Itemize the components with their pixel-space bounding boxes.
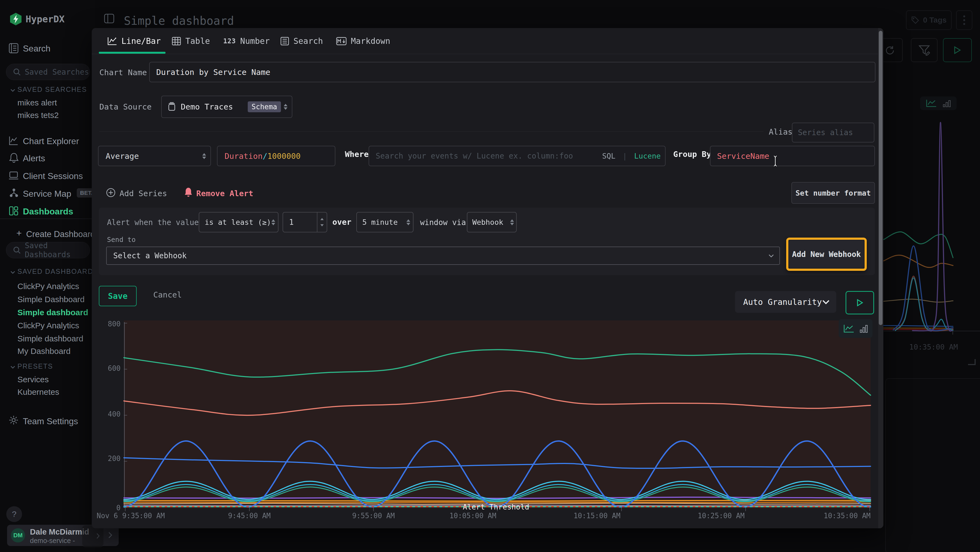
create-dashboard-button[interactable]: Create Dashboard [26,230,95,239]
saved-search-item[interactable]: mikes tets2 [18,111,59,120]
alert-threshold-input[interactable]: 1 [283,212,327,232]
avatar: DM [11,528,25,542]
alert-bell-icon [184,187,192,198]
save-button[interactable]: Save [99,286,137,306]
chart-type-toggle[interactable] [839,319,872,338]
data-source-label: Data Source [99,102,152,112]
remove-alert-button[interactable]: Remove Alert [196,189,253,198]
lucene-mode-toggle[interactable]: Lucene [634,152,661,160]
saved-dashboard-item[interactable]: ClickPy Analytics [18,282,79,291]
chevron-down-icon[interactable] [10,365,15,369]
field-expression-input[interactable]: Duration/1000000 [217,146,336,166]
active-tab-underline [99,52,165,54]
x-tick-label: 10:35:00 AM [819,512,870,520]
line-chart-icon[interactable] [843,324,854,333]
refresh-icon [884,45,895,56]
sql-mode-toggle[interactable]: SQL [602,152,616,160]
bg-chart-type-toggle[interactable] [920,96,956,110]
x-tick-label: 9:45:00 AM [225,512,274,520]
brand[interactable]: HyperDX [25,14,65,24]
x-tick-label: Nov 6 9:35:00 AM [97,512,165,520]
saved-dashboards-placeholder: Saved Dashboards [25,241,89,259]
saved-dashboard-item[interactable]: Simple dashboard [18,308,88,317]
help-button[interactable]: ? [6,506,22,522]
alert-panel: Alert when the value is at least (≥) 1 o… [99,207,875,275]
alert-channel-select[interactable]: Webhook [467,212,517,232]
sidebar-collapse-icon[interactable] [104,14,115,24]
chevron-down-icon [768,254,774,257]
cancel-button[interactable]: Cancel [153,290,182,300]
search-icon [13,246,21,254]
resize-handle[interactable] [968,359,976,365]
chart-name-input[interactable]: Duration by Service Name [149,62,875,82]
field-token: 1000000 [267,152,301,161]
filter-button[interactable] [911,38,937,62]
number-stepper[interactable] [317,212,327,232]
series-layer [124,349,870,507]
play-icon [857,299,863,306]
line-chart-icon[interactable] [926,99,937,107]
circle-plus-icon [106,188,116,198]
saved-dashboard-item[interactable]: Simple dashboard [18,334,83,343]
stepper-down-icon [320,224,324,228]
send-to-label: Send to [107,236,135,244]
tab-table[interactable]: Table [172,36,210,46]
chevron-down-icon[interactable] [10,89,15,92]
group-by-input[interactable]: ServiceName [710,146,875,166]
series-green [124,349,870,395]
aggregation-select[interactable]: Average [98,146,211,166]
preset-item[interactable]: Kubernetes [18,388,59,397]
saved-dashboard-item[interactable]: Simple Dashboard [18,295,85,304]
where-placeholder: Search your events w/ Lucene ex. column:… [375,152,573,161]
alert-prefix: Alert when the value [107,218,199,227]
alert-window-select[interactable]: 5 minute [356,212,414,232]
tab-markdown[interactable]: Markdown [336,36,390,46]
sidebar-item-search[interactable]: Search [23,44,50,54]
bell-icon [9,153,19,163]
service-map-icon [9,188,19,198]
granularity-select[interactable]: Auto Granularity [735,291,836,313]
set-number-format-button[interactable]: Set number format [791,182,875,204]
aggregation-value: Average [106,152,139,161]
sidebar-item-alerts[interactable]: Alerts [23,153,45,163]
alert-condition-select[interactable]: is at least (≥) [199,212,278,232]
run-query-button[interactable] [943,38,972,62]
alias-input[interactable]: Series alias [792,123,874,142]
text-cursor [772,155,779,167]
saved-search-item[interactable]: mikes alert [18,98,57,107]
run-chart-button[interactable] [846,291,874,314]
y-tick-label: 0 [100,504,121,512]
sidebar-item-service-map[interactable]: Service Map [23,189,71,199]
saved-dashboard-item[interactable]: ClickPy Analytics [18,321,79,330]
chart-explorer-icon [9,136,19,145]
preset-item[interactable]: Services [18,375,49,384]
kebab-menu-button[interactable] [956,10,972,30]
sidebar-item-dashboards[interactable]: Dashboards [23,206,73,217]
sidebar-item-team-settings[interactable]: Team Settings [23,416,78,426]
y-tick-label: 200 [100,455,121,463]
preview-chart: Alert Threshold [124,321,870,508]
modal-scrollbar-thumb[interactable] [879,31,883,325]
y-tick-label: 600 [100,364,121,372]
chevron-down-icon[interactable] [10,271,15,274]
series-divider [99,131,764,132]
saved-dashboards-header: SAVED DASHBOARDS [18,268,92,276]
saved-searches-input[interactable]: Saved Searches [6,64,90,80]
bar-chart-icon[interactable] [943,99,951,107]
tab-number[interactable]: 123 Number [223,36,270,46]
add-series-button[interactable]: Add Series [119,189,167,198]
sidebar-item-chart-explorer[interactable]: Chart Explorer [23,136,79,146]
webhook-select[interactable]: Select a Webhook [106,247,780,265]
saved-dashboard-item[interactable]: My Dashboard [18,346,70,356]
tags-button[interactable]: 0 Tags [906,10,952,30]
tab-line-bar[interactable]: Line/Bar [107,36,161,46]
data-source-select[interactable]: Demo Traces Schema [161,96,293,118]
stepper-up-icon [320,216,324,220]
saved-dashboards-input[interactable]: Saved Dashboards [6,242,90,258]
where-input[interactable]: Search your events w/ Lucene ex. column:… [369,146,666,166]
tab-search[interactable]: Search [280,36,323,46]
sidebar-item-client-sessions[interactable]: Client Sessions [23,171,83,181]
add-new-webhook-button[interactable]: Add New Webhook [789,241,864,268]
bar-chart-icon[interactable] [860,324,868,333]
series-blue-flat [124,458,870,468]
